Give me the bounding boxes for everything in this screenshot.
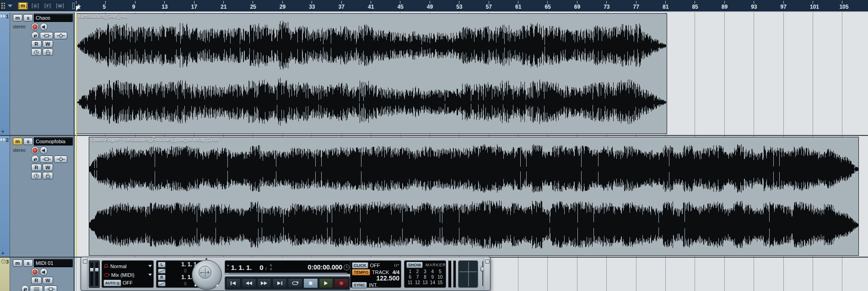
read-automation-button[interactable]: R	[31, 277, 42, 284]
audio-event-2[interactable]: Chaos Engine - Iöiecáåàåíèå_Êîñìîôîáèÿ_(…	[89, 137, 859, 256]
marker-button[interactable]: 14	[429, 280, 436, 285]
right-locator-button[interactable]: R	[158, 275, 166, 280]
jog-plus[interactable]: +	[207, 270, 210, 275]
monitor-button[interactable]	[40, 146, 48, 154]
left-locator-button[interactable]: L	[158, 262, 166, 268]
lock-button[interactable]	[43, 48, 53, 56]
inserts-bypass-button[interactable]	[40, 32, 53, 39]
add-automation-icon[interactable]: +	[1, 129, 4, 134]
stop-button[interactable]	[303, 278, 318, 288]
rewind-button[interactable]	[242, 278, 256, 288]
song-position-value[interactable]: 1. 1. 1. 0	[231, 264, 264, 271]
mute-button[interactable]: m	[13, 259, 22, 267]
click-value[interactable]: OFF	[370, 263, 380, 268]
global-m-button[interactable]: m	[18, 2, 28, 10]
mute-button[interactable]: m	[13, 14, 22, 22]
edit-channel-button[interactable]: e	[31, 155, 39, 163]
transport-resize-handle[interactable]	[484, 258, 489, 290]
display-splitter[interactable]	[271, 264, 271, 271]
jog-shuttle-wheel[interactable]: - +	[191, 258, 223, 291]
marker-button[interactable]: 9	[429, 275, 436, 280]
track-name-field[interactable]: Cosmopfobia	[34, 137, 73, 146]
record-mode-select[interactable]: Normal	[103, 262, 152, 270]
marker-button[interactable]: 6	[406, 275, 414, 280]
pre-roll-icon[interactable]	[158, 269, 166, 274]
lane-divider[interactable]	[0, 135, 868, 136]
click-button[interactable]: CLICK	[352, 262, 368, 269]
write-automation-button[interactable]: W	[43, 277, 53, 284]
tempo-value[interactable]: 122.500	[352, 275, 399, 281]
mute-button[interactable]: m	[13, 138, 22, 145]
expand-arrows-icon[interactable]	[0, 14, 6, 18]
inserts-bypass-button[interactable]	[44, 286, 57, 291]
post-roll-icon[interactable]	[158, 281, 166, 286]
jog-minus[interactable]: -	[200, 270, 202, 275]
cycle-button[interactable]	[288, 278, 302, 288]
edit-channel-button[interactable]: e	[31, 32, 39, 39]
eq-bypass-button[interactable]	[54, 32, 67, 39]
record-enable-button[interactable]	[31, 23, 39, 31]
audio-event-1[interactable]: Iöiecáåàåíèå_'Dåiñ'_-01	[76, 13, 667, 134]
time-base-button[interactable]	[31, 48, 42, 56]
write-automation-button[interactable]: W	[43, 164, 53, 171]
solo-button[interactable]: s	[23, 259, 33, 267]
auto-quantize-button[interactable]: AUTO Q	[103, 280, 121, 286]
inserts-bypass-button[interactable]	[40, 156, 53, 163]
marker-button[interactable]: 3	[421, 269, 429, 274]
write-automation-button[interactable]: W	[43, 40, 53, 48]
marker-button[interactable]: 12	[414, 280, 421, 285]
record-enable-button[interactable]	[31, 146, 39, 154]
toolbar-grip-icon[interactable]	[1, 3, 5, 9]
global-w-button[interactable]: w	[55, 2, 65, 10]
nudge-buttons[interactable]: +-	[227, 264, 229, 270]
track-color-strip[interactable]: 2 +	[0, 136, 10, 257]
jog-pad[interactable]: - +	[199, 266, 211, 279]
marker-button[interactable]: 15	[437, 280, 444, 285]
global-r-button[interactable]: r	[43, 2, 53, 10]
tempo-button[interactable]: TEMPO	[352, 269, 370, 275]
track-color-strip[interactable]: 1 +	[0, 12, 10, 135]
monitor-button[interactable]	[40, 268, 48, 276]
marker-button[interactable]: 10	[437, 275, 444, 280]
tempo-mode-value[interactable]: TRACK	[372, 269, 389, 275]
marker-button[interactable]: 1	[406, 269, 414, 274]
marker-button[interactable]: 8	[421, 275, 429, 280]
add-automation-icon[interactable]: +	[1, 250, 4, 256]
track-name-field[interactable]: MIDI 01	[34, 259, 73, 267]
transport-panel[interactable]: Normal Mix (MIDI) AUTO Q OFF L 1. 1. 1. …	[81, 257, 491, 291]
time-base-button[interactable]	[31, 172, 42, 179]
read-automation-button[interactable]: R	[31, 40, 42, 48]
marker-button[interactable]: 4	[429, 269, 436, 274]
global-s-button[interactable]: s	[30, 2, 40, 10]
goto-start-button[interactable]	[226, 278, 241, 288]
position-display[interactable]: +- 1. 1. 1. 0 ♪ 0:00:00.000	[225, 260, 352, 274]
lock-button[interactable]	[43, 172, 53, 179]
timeline-ruler[interactable]: 1591317212529333741454953576165697377818…	[75, 0, 868, 12]
record-button[interactable]	[334, 278, 349, 288]
solo-button[interactable]: s	[23, 14, 33, 22]
cycle-region-strip[interactable]	[225, 273, 347, 275]
eq-bypass-button[interactable]	[54, 156, 67, 163]
track-header-3[interactable]: 3 m s MIDI 01 R W e	[0, 258, 75, 291]
forward-button[interactable]	[257, 278, 272, 288]
marker-button[interactable]: 7	[414, 275, 421, 280]
track-name-field[interactable]: Chaos	[34, 14, 73, 22]
show-markers-button[interactable]: SHOW	[406, 262, 423, 268]
crosshair-pad[interactable]	[458, 260, 478, 288]
track-lane-1[interactable]: Iöiecáåàåíèå_'Dåiñ'_-01	[75, 12, 868, 135]
cycle-record-mode-select[interactable]: Mix (MIDI)	[103, 270, 152, 279]
track-color-strip[interactable]: 3	[0, 258, 10, 291]
marker-button[interactable]: 2	[414, 269, 421, 274]
chevron-down-icon[interactable]	[8, 5, 12, 7]
marker-button[interactable]: 13	[421, 280, 429, 285]
read-automation-button[interactable]: R	[31, 164, 42, 171]
solo-button[interactable]: s	[23, 138, 33, 145]
marker-button[interactable]: 11	[406, 280, 414, 285]
edit-channel-button[interactable]: e	[21, 285, 29, 291]
marker-button[interactable]: 5	[437, 269, 444, 274]
monitor-button[interactable]	[40, 23, 48, 31]
play-button[interactable]	[319, 278, 334, 288]
goto-end-button[interactable]	[272, 278, 287, 288]
sync-button[interactable]: SYNC	[352, 282, 367, 288]
time-signature-value[interactable]: 4/4	[393, 269, 399, 275]
